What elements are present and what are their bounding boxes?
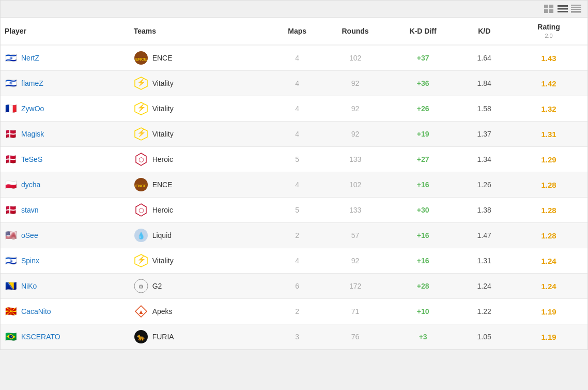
player-name[interactable]: TeSeS	[21, 155, 42, 163]
maps-value: 4	[271, 45, 323, 71]
svg-rect-8	[571, 7, 581, 8]
team-name[interactable]: FURIA	[152, 333, 174, 341]
table-row: 🇧🇦 NiKo ⚙ G2 6 172 +28 1.24 1.24	[1, 274, 587, 299]
rounds-value: 92	[323, 122, 388, 147]
team-cell: ⚡ Vitality	[130, 96, 272, 122]
table-row: 🇵🇱 dycha ENCE ENCE 4 102 +16 1.26 1.28	[1, 172, 587, 198]
team-name[interactable]: Heroic	[152, 155, 173, 163]
maps-value: 6	[271, 274, 323, 299]
team-logo-icon: 💧	[134, 228, 148, 243]
team-logo-icon: ENCE	[134, 51, 148, 65]
team-logo-icon: ⚡	[134, 127, 148, 141]
table-row: 🇩🇰 stavn ⬡ Heroic 5 133 +30 1.38 1.28	[1, 198, 587, 223]
player-name[interactable]: oSee	[21, 231, 38, 239]
maps-value: 5	[271, 147, 323, 172]
kd-diff-value: +30	[388, 198, 458, 223]
player-flag: 🇩🇰	[5, 130, 17, 138]
kd-value: 1.64	[458, 45, 510, 71]
list-view-icon[interactable]	[558, 5, 568, 13]
kd-value: 1.37	[458, 122, 510, 147]
player-name[interactable]: stavn	[21, 206, 38, 214]
team-name[interactable]: Vitality	[152, 79, 174, 87]
rating-value: 1.24	[510, 274, 587, 299]
player-flag: 🇮🇱	[5, 54, 17, 62]
kd-diff-value: +27	[388, 147, 458, 172]
col-kd: K/D	[458, 18, 510, 45]
maps-value: 3	[271, 324, 323, 350]
svg-text:ENCE: ENCE	[135, 184, 147, 188]
player-name[interactable]: Spinx	[21, 257, 39, 265]
kd-value: 1.84	[458, 71, 510, 96]
player-cell: 🇫🇷 ZywOo	[1, 96, 130, 122]
maps-value: 2	[271, 223, 323, 248]
player-name[interactable]: NiKo	[21, 282, 37, 290]
kd-diff-value: +16	[388, 223, 458, 248]
team-name[interactable]: ENCE	[152, 181, 173, 189]
rounds-value: 76	[323, 324, 388, 350]
kd-diff-value: +19	[388, 122, 458, 147]
maps-value: 4	[271, 122, 323, 147]
team-cell: ⚡ Vitality	[130, 248, 272, 274]
player-flag: 🇩🇰	[5, 206, 17, 214]
team-name[interactable]: ENCE	[152, 54, 173, 62]
grid-view-icon[interactable]	[544, 5, 554, 13]
team-name[interactable]: Heroic	[152, 206, 173, 214]
col-player: Player	[1, 18, 130, 45]
team-logo-icon: ⚡	[134, 101, 148, 116]
svg-text:⚙: ⚙	[138, 283, 144, 290]
maps-value: 2	[271, 299, 323, 324]
team-name[interactable]: Vitality	[152, 104, 174, 113]
rating-value: 1.42	[510, 71, 587, 96]
rounds-value: 133	[323, 198, 388, 223]
player-cell: 🇮🇱 NertZ	[1, 45, 130, 71]
rating-value: 1.29	[510, 147, 587, 172]
table-row: 🇫🇷 ZywOo ⚡ Vitality 4 92 +26 1.58 1.32	[1, 96, 587, 122]
player-name[interactable]: dycha	[21, 181, 40, 189]
svg-rect-3	[549, 9, 553, 13]
team-name[interactable]: Vitality	[152, 130, 174, 138]
player-flag: 🇮🇱	[5, 257, 17, 265]
player-name[interactable]: KSCERATO	[21, 333, 60, 341]
player-flag: 🇺🇸	[5, 231, 17, 239]
team-name[interactable]: G2	[152, 282, 162, 290]
team-name[interactable]: Vitality	[152, 257, 174, 265]
svg-rect-10	[571, 11, 581, 12]
kd-value: 1.34	[458, 147, 510, 172]
player-name[interactable]: NertZ	[21, 54, 39, 62]
player-cell: 🇮🇱 Spinx	[1, 248, 130, 274]
svg-rect-2	[544, 9, 548, 13]
table-row: 🇩🇰 TeSeS ⬡ Heroic 5 133 +27 1.34 1.29	[1, 147, 587, 172]
players-table: Player Teams Maps Rounds K-D Diff K/D Ra…	[1, 18, 587, 350]
compact-view-icon[interactable]	[571, 5, 581, 13]
team-name[interactable]: Apeks	[152, 307, 173, 316]
kd-value: 1.22	[458, 299, 510, 324]
svg-rect-7	[571, 5, 581, 6]
player-name[interactable]: flameZ	[21, 79, 43, 87]
svg-text:⚡: ⚡	[136, 103, 146, 112]
player-name[interactable]: CacaNito	[21, 307, 51, 316]
player-name[interactable]: Magisk	[21, 130, 44, 138]
kd-value: 1.24	[458, 274, 510, 299]
player-name[interactable]: ZywOo	[21, 104, 44, 113]
svg-rect-6	[558, 11, 568, 12]
team-cell: ⬡ Heroic	[130, 147, 272, 172]
kd-diff-value: +28	[388, 274, 458, 299]
rating-version: 2.0	[545, 33, 552, 39]
player-cell: 🇧🇦 NiKo	[1, 274, 130, 299]
rating-value: 1.19	[510, 324, 587, 350]
players-table-container: Player Teams Maps Rounds K-D Diff K/D Ra…	[0, 0, 588, 350]
rounds-value: 71	[323, 299, 388, 324]
rating-value: 1.19	[510, 299, 587, 324]
rating-value: 1.32	[510, 96, 587, 122]
col-rounds: Rounds	[323, 18, 388, 45]
team-name[interactable]: Liquid	[152, 231, 172, 239]
player-cell: 🇩🇰 stavn	[1, 198, 130, 223]
svg-rect-0	[544, 5, 548, 8]
rating-value: 1.28	[510, 198, 587, 223]
col-kd-diff: K-D Diff	[388, 18, 458, 45]
svg-text:⬡: ⬡	[138, 156, 144, 163]
rounds-value: 92	[323, 71, 388, 96]
table-header-row: Player Teams Maps Rounds K-D Diff K/D Ra…	[1, 18, 587, 45]
kd-diff-value: +36	[388, 71, 458, 96]
kd-diff-value: +16	[388, 172, 458, 198]
